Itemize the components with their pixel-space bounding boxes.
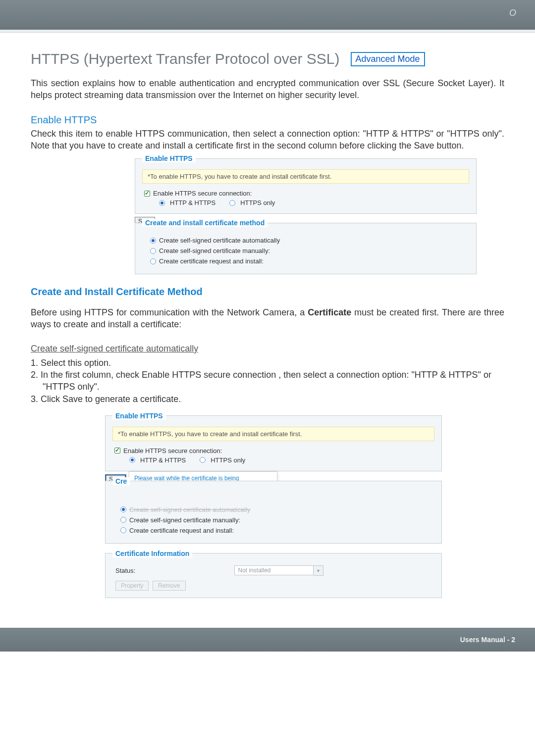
steps-list: 1. Select this option. 2. In the first c…: [31, 357, 504, 405]
enable-https-legend: Enable HTTPS: [142, 154, 196, 162]
property-button[interactable]: Property: [115, 581, 149, 591]
radio-cert-manual-label: Create self-signed certificate manually:: [159, 247, 270, 254]
header-decor: O: [509, 8, 516, 18]
enable-https-checkbox-label: Enable HTTPS secure connection:: [153, 190, 252, 197]
radio-cert-auto[interactable]: [150, 238, 156, 244]
cert-method-heading: Create and Install Certificate Method: [31, 286, 504, 298]
page-title: HTTPS (Hypertext Transfer Protocol over …: [31, 50, 340, 67]
cert-status-dropdown[interactable]: ▾: [314, 565, 323, 576]
https-note-2: *To enable HTTPS, you have to create and…: [112, 427, 434, 441]
radio-https-only[interactable]: [229, 200, 235, 206]
advanced-mode-badge: Advanced Mode: [351, 52, 425, 66]
radio-cert-request-2[interactable]: [120, 527, 126, 533]
radio-cert-auto-label-2: Create self-signed certificate automatic…: [129, 506, 250, 513]
radio-cert-request-label-2: Create certificate request and install:: [129, 527, 234, 534]
enable-https-legend-2: Enable HTTPS: [112, 412, 166, 420]
step-2: 2. In the first column, check Enable HTT…: [31, 369, 504, 393]
radio-cert-manual-2[interactable]: [120, 517, 126, 523]
radio-cert-request[interactable]: [150, 258, 156, 264]
radio-http-https-2[interactable]: [129, 457, 135, 463]
step-1: 1. Select this option.: [31, 357, 504, 369]
cert-status-value: Not installed: [234, 565, 314, 575]
radio-http-https[interactable]: [159, 200, 165, 206]
radio-https-only-label: HTTPS only: [240, 199, 275, 206]
cert-method-fieldset-2: Cre Create self-signed certificate autom…: [105, 477, 442, 544]
cert-method-paragraph: Before using HTTPS for communication wit…: [31, 306, 504, 331]
cert-method-legend: Create and install certificate method: [142, 219, 268, 227]
footer-text: Users Manual - 2: [460, 636, 515, 644]
footer: Users Manual - 2: [0, 628, 535, 652]
cert-info-fieldset: Certificate Information Status: Not inst…: [105, 550, 442, 598]
radio-cert-manual[interactable]: [150, 248, 156, 254]
enable-https-checkbox-label-2: Enable HTTPS secure connection:: [123, 447, 222, 454]
radio-https-only-2[interactable]: [200, 457, 206, 463]
radio-https-only-label-2: HTTPS only: [211, 456, 245, 464]
radio-cert-auto-2[interactable]: [120, 506, 126, 512]
step-3: 3. Click Save to generate a certificate.: [31, 393, 504, 405]
radio-cert-request-label: Create certificate request and install:: [159, 257, 264, 265]
intro-paragraph: This section explains how to enable auth…: [31, 77, 504, 101]
cert-status-label: Status:: [115, 567, 135, 574]
enable-https-paragraph: Check this item to enable HTTPS communic…: [31, 128, 504, 152]
cert-method-legend-trunc: Cre: [112, 477, 130, 485]
enable-https-fieldset-2: Enable HTTPS *To enable HTTPS, you have …: [105, 412, 442, 471]
remove-button[interactable]: Remove: [153, 581, 186, 591]
enable-https-fieldset: Enable HTTPS *To enable HTTPS, you have …: [135, 154, 477, 214]
auto-cert-subhead: Create self-signed certificate automatic…: [31, 344, 213, 354]
header-bar: O: [0, 0, 535, 30]
radio-cert-auto-label: Create self-signed certificate automatic…: [159, 237, 280, 244]
enable-https-checkbox-2[interactable]: [114, 448, 120, 454]
radio-http-https-label: HTTP & HTTPS: [170, 199, 215, 206]
enable-https-checkbox[interactable]: [144, 191, 150, 197]
https-note: *To enable HTTPS, you have to create and…: [142, 169, 469, 184]
cert-info-legend: Certificate Information: [112, 550, 192, 557]
chevron-down-icon: ▾: [317, 568, 320, 573]
enable-https-heading: Enable HTTPS: [31, 114, 504, 126]
cert-method-fieldset: Create and install certificate method Cr…: [135, 219, 477, 274]
radio-http-https-label-2: HTTP & HTTPS: [140, 456, 186, 464]
radio-cert-manual-label-2: Create self-signed certificate manually:: [129, 516, 240, 524]
